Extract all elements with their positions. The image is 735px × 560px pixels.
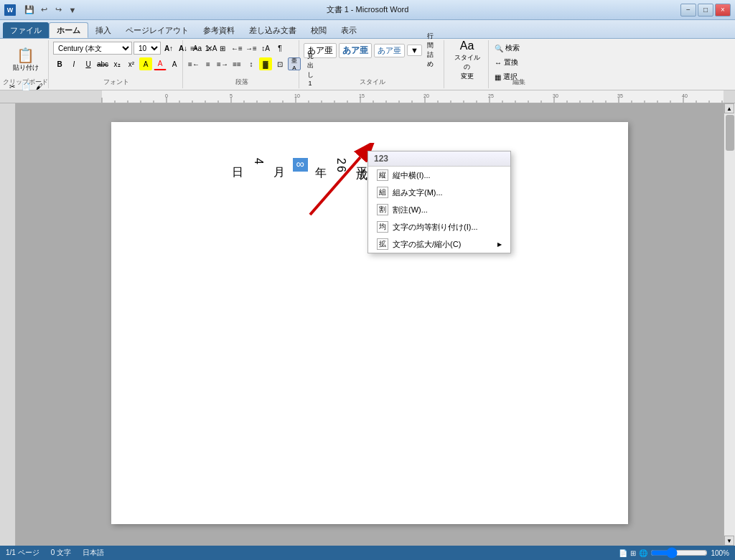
shading-button[interactable]: ▓ <box>259 57 272 70</box>
vertical-text-left: 平成 26 年 ∞ 月 4 日 <box>228 158 373 179</box>
zoom-slider[interactable] <box>650 547 708 559</box>
text-4: 4 <box>253 158 265 166</box>
align-right-button[interactable]: ≡→ <box>216 57 229 70</box>
menu-item-wari-label: 割注(W)... <box>393 205 428 215</box>
paste-button[interactable]: 📋 貼り付け <box>6 42 45 79</box>
style-heading1[interactable]: あア亜 <box>339 43 372 58</box>
sort-button[interactable]: ↕A <box>259 42 272 55</box>
tab-view[interactable]: 表示 <box>334 22 364 38</box>
undo-button[interactable]: ↩ <box>37 4 50 17</box>
heading1-style-button[interactable]: 見出し 1 <box>304 62 317 75</box>
menu-item-kintou[interactable]: 均 文字の均等割り付け(I)... <box>368 218 510 235</box>
align-center-button[interactable]: ≡ <box>202 57 215 70</box>
justify-button[interactable]: ≡≡ <box>230 57 243 70</box>
change-styles-button[interactable]: Aa スタイルの変更 <box>449 42 486 79</box>
decrease-indent-button[interactable]: ←≡ <box>230 42 243 55</box>
save-button[interactable]: 💾 <box>23 4 36 17</box>
underline-button[interactable]: U <box>82 57 95 70</box>
tab-mailings[interactable]: 差し込み文書 <box>242 22 304 38</box>
tab-review[interactable]: 校閲 <box>304 22 334 38</box>
style-heading2[interactable]: あア亜 <box>374 44 405 57</box>
language: 日本語 <box>83 548 104 558</box>
word-icon: W <box>4 4 16 16</box>
numbering-button[interactable]: 1. <box>202 42 215 55</box>
scroll-up-button[interactable]: ▲ <box>724 103 734 113</box>
tab-insert[interactable]: 挿入 <box>88 22 118 38</box>
style-label: スタイル <box>360 78 385 87</box>
text-effect-button[interactable]: A <box>168 57 181 70</box>
menu-item-kakudai[interactable]: 拡 文字の拡大/縮小(C) ▶ <box>368 235 510 253</box>
title-bar: W 💾 ↩ ↪ ▼ 文書 1 - Microsoft Word − □ × <box>0 0 735 20</box>
paragraph-bottom-row: ≡← ≡ ≡→ ≡≡ ↕ ▓ ⊡ 亜A <box>187 57 301 70</box>
kakudai-icon: 拡 <box>377 238 388 250</box>
view-print-button[interactable]: 📄 <box>619 549 627 557</box>
status-bar: 1/1 ページ 0 文字 日本語 📄 ⊞ 🌐 100% <box>0 546 735 560</box>
tab-references[interactable]: 参考資料 <box>196 22 242 38</box>
text-hesei: 平成 <box>356 158 368 161</box>
strikethrough-button[interactable]: abc <box>96 57 109 70</box>
dropdown-arrow[interactable]: ▼ <box>66 4 79 17</box>
view-fullscreen-button[interactable]: ⊞ <box>630 549 636 557</box>
svg-text:20: 20 <box>423 93 429 98</box>
style-change-label <box>464 78 470 87</box>
tab-home[interactable]: ホーム <box>49 22 88 38</box>
italic-button[interactable]: I <box>67 57 80 70</box>
borders-button[interactable]: ⊡ <box>273 57 286 70</box>
text-highlight-8: ∞ <box>293 158 308 172</box>
svg-text:25: 25 <box>488 93 494 98</box>
show-formatting-button[interactable]: ¶ <box>273 42 286 55</box>
scrollbar-right[interactable]: ▲ ▼ <box>724 103 735 546</box>
bullets-button[interactable]: ≡• <box>187 42 200 55</box>
line-spacing-button[interactable]: ↕ <box>245 57 258 70</box>
svg-text:35: 35 <box>617 93 623 98</box>
font-label: フォント <box>103 78 129 87</box>
scroll-thumb[interactable] <box>726 115 734 151</box>
align-left-button[interactable]: ≡← <box>187 57 200 70</box>
wari-icon: 割 <box>377 204 388 215</box>
scroll-down-button[interactable]: ▼ <box>724 536 734 546</box>
window-title: 文書 1 - Microsoft Word <box>327 4 409 15</box>
menu-item-kumi[interactable]: 組 組み文字(M)... <box>368 184 510 201</box>
svg-text:30: 30 <box>553 93 558 98</box>
minimize-button[interactable]: − <box>680 4 696 17</box>
zoom-level: 100% <box>711 549 729 557</box>
font-grow-button[interactable]: A↑ <box>162 42 175 55</box>
word-count: 0 文字 <box>51 548 71 558</box>
menu-item-kintou-label: 文字の均等割り付け(I)... <box>393 222 478 233</box>
tab-file[interactable]: ファイル <box>3 22 49 38</box>
search-button[interactable]: 🔍 検索 <box>494 42 544 55</box>
paragraph-label: 段落 <box>235 78 248 87</box>
replace-button[interactable]: ↔ 置換 <box>494 56 544 69</box>
font-name-select[interactable]: Century (本文 <box>53 42 132 55</box>
font-color-button[interactable]: A <box>154 57 167 70</box>
maximize-button[interactable]: □ <box>698 4 713 17</box>
menu-item-kakudai-label: 文字の拡大/縮小(C) <box>393 239 461 250</box>
svg-rect-1 <box>16 90 102 103</box>
tab-page-layout[interactable]: ページレイアウト <box>118 22 196 38</box>
redo-button[interactable]: ↪ <box>52 4 65 17</box>
text-nichi: 日 <box>232 158 244 159</box>
font-size-select[interactable]: 10.5 <box>134 42 161 55</box>
bold-button[interactable]: B <box>53 57 66 70</box>
ruler-area: // Ruler ticks drawn via JS below 051015… <box>0 90 735 103</box>
asian-layout-button[interactable]: 亜A <box>288 57 301 70</box>
svg-text:5: 5 <box>230 93 233 98</box>
edit-group: 🔍 検索 ↔ 置換 ▦ 選択 編集 <box>490 40 548 88</box>
document-area[interactable]: 平成 26 年 ∞ 月 4 日 平成 26 年 8 月4 日 <box>16 103 724 546</box>
window-controls: − □ × <box>680 4 731 17</box>
superscript-button[interactable]: x² <box>125 57 138 70</box>
view-web-button[interactable]: 🌐 <box>639 549 647 557</box>
menu-item-wari[interactable]: 割 割注(W)... <box>368 201 510 218</box>
change-styles-icon: Aa <box>460 39 474 52</box>
scroll-track[interactable] <box>724 113 735 536</box>
style-more[interactable]: ▼ <box>407 45 422 56</box>
text-highlight-button[interactable]: A <box>139 57 152 70</box>
page-count: 1/1 ページ <box>6 548 39 558</box>
line-spacing-style-button[interactable]: 行間詰め <box>424 44 437 57</box>
close-button[interactable]: × <box>715 4 731 17</box>
increase-indent-button[interactable]: →≡ <box>245 42 258 55</box>
multilevel-button[interactable]: ⊞ <box>216 42 229 55</box>
subscript-button[interactable]: x₂ <box>111 57 123 70</box>
dropdown-title: 123 <box>374 154 388 164</box>
menu-item-tate[interactable]: 縦 縦中横(I)... <box>368 167 510 184</box>
